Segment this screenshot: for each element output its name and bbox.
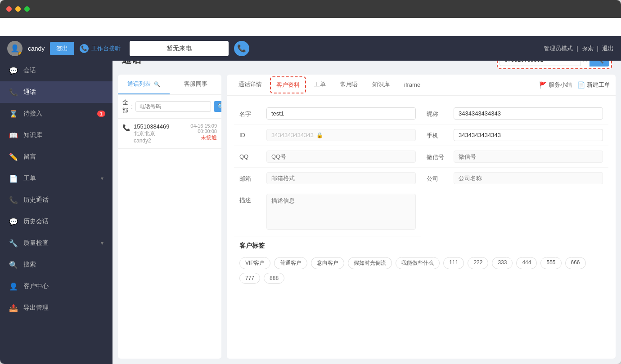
tag-item[interactable]: 333 (492, 257, 513, 269)
admin-mode-link[interactable]: 管理员模式 (544, 44, 573, 53)
desc-label: 描述 (239, 194, 266, 204)
id-label: ID (239, 129, 266, 138)
sidebar-item-chat[interactable]: 💬 会话 (0, 60, 112, 81)
sidebar-item-workorder[interactable]: 📄 工单 ▾ (0, 168, 112, 189)
sidebar: ← 💬 会话 📞 通话 ⌛ 待接入 1 📖 知识库 ✏️ 留言 (0, 43, 112, 364)
content-area: 通话列表 🔍 客服同事 全部 : 🔍 📞 (112, 69, 621, 364)
tab-workorder[interactable]: 工单 (308, 75, 332, 95)
tag-item[interactable]: 444 (516, 257, 537, 269)
call-meta: 04-16 15:09 00:00:08 未接通 (190, 123, 217, 142)
desc-textarea[interactable] (266, 194, 416, 230)
sidebar-item-note[interactable]: ✏️ 留言 (0, 146, 112, 168)
maximize-button[interactable] (24, 6, 30, 12)
tab-phrases[interactable]: 常用语 (334, 75, 364, 95)
nickname-input[interactable]: 3434343434343 (454, 107, 603, 120)
filter-all-label: 全部 (122, 98, 128, 115)
qq-input[interactable] (266, 151, 416, 163)
tag-item[interactable]: 意向客户 (311, 257, 344, 269)
call-status-box: 暂无来电 (130, 41, 229, 56)
tag-item[interactable]: 666 (565, 257, 586, 269)
email-input[interactable] (266, 172, 416, 184)
quality-arrow: ▾ (101, 240, 104, 246)
nickname-value: 3434343434343 (454, 107, 603, 120)
tag-item[interactable]: 111 (443, 257, 464, 269)
email-label: 邮箱 (239, 172, 266, 183)
search-icon: 🔍 (9, 260, 18, 269)
history-call-icon: 📞 (9, 195, 18, 204)
customer-icon: 👤 (9, 282, 18, 291)
tab-customer-info[interactable]: 客户资料 (270, 76, 306, 93)
call-list-item[interactable]: 📞 15510384469 北京北京 candy2 04-16 15:09 00… (118, 119, 221, 149)
sidebar-item-quality[interactable]: 🔧 质量检查 ▾ (0, 232, 112, 254)
tabs-actions: 🚩 服务小结 📄 新建工单 (539, 81, 610, 89)
form-right-col: 昵称 3434343434343 手机 3434343434343 (421, 103, 608, 236)
tags-container: VIP客户普通客户意向客户假如时光倒流我能做些什么111222333444555… (234, 253, 608, 291)
filter-search-button[interactable]: 🔍 (214, 101, 221, 112)
left-panel: 通话列表 🔍 客服同事 全部 : 🔍 📞 (118, 75, 221, 359)
workstation-button[interactable]: 📞 工作台接听 (80, 44, 121, 53)
tab-call-list[interactable]: 通话列表 🔍 (118, 75, 170, 94)
sidebar-item-customer[interactable]: 👤 客户中心 (0, 275, 112, 297)
title-bar (0, 0, 621, 18)
form-grid: 名字 test1 ID 3434343434343 (234, 103, 608, 236)
tag-item[interactable]: 假如时光倒流 (348, 257, 392, 269)
filter-input[interactable] (135, 101, 211, 112)
right-tabs: 通话详情 客户资料 工单 常用语 知识库 (227, 75, 616, 96)
sidebar-item-history-chat[interactable]: 💬 历史会话 (0, 211, 112, 232)
logout-link[interactable]: 退出 (602, 44, 614, 53)
tag-item[interactable]: 888 (264, 273, 284, 284)
company-input[interactable] (454, 172, 603, 184)
filter-row: 全部 : 🔍 (118, 95, 221, 119)
sidebar-item-pending[interactable]: ⌛ 待接入 1 (0, 103, 112, 124)
tab-iframe[interactable]: iframe (398, 76, 427, 94)
tab-knowledge[interactable]: 知识库 (366, 75, 396, 95)
call-item-icon: 📞 (122, 123, 130, 131)
wechat-input[interactable] (454, 151, 603, 163)
left-panel-tabs: 通话列表 🔍 客服同事 (118, 75, 221, 95)
new-workorder-button[interactable]: 📄 新建工单 (577, 81, 610, 89)
avatar: 👤 (7, 41, 22, 56)
username-label: candy (28, 45, 45, 52)
qq-value (266, 151, 416, 163)
tag-item[interactable]: VIP客户 (239, 257, 270, 269)
tag-item[interactable]: 777 (239, 273, 260, 284)
call-agent: candy2 (134, 138, 187, 144)
signin-button[interactable]: 签出 (50, 42, 74, 55)
quality-icon: 🔧 (9, 239, 18, 248)
close-button[interactable] (6, 6, 12, 12)
service-summary-button[interactable]: 🚩 服务小结 (539, 81, 572, 89)
company-label: 公司 (427, 172, 454, 183)
call-action-button[interactable]: 📞 (234, 41, 249, 56)
export-icon: 📤 (9, 303, 18, 312)
form-row-mobile: 手机 3434343434343 (421, 124, 608, 146)
sidebar-item-search[interactable]: 🔍 搜索 (0, 254, 112, 275)
explore-link[interactable]: 探索 (582, 44, 594, 53)
tag-item[interactable]: 我能做些什么 (396, 257, 440, 269)
minimize-button[interactable] (15, 6, 21, 12)
tag-item[interactable]: 555 (540, 257, 561, 269)
right-panel: 通话详情 客户资料 工单 常用语 知识库 (227, 75, 616, 359)
call-location: 北京北京 (134, 130, 187, 138)
sidebar-item-knowledge[interactable]: 📖 知识库 (0, 124, 112, 146)
sidebar-item-call[interactable]: 📞 通话 (0, 81, 112, 103)
call-date: 04-16 15:09 (190, 123, 217, 129)
form-row-company: 公司 (421, 168, 608, 189)
wechat-value (454, 151, 603, 163)
wechat-label: 微信号 (427, 151, 454, 161)
topbar: 👤 candy 签出 📞 工作台接听 暂无来电 📞 管理员模式 | 探索 | 退… (0, 36, 621, 61)
tag-item[interactable]: 普通客户 (274, 257, 307, 269)
tab-colleague[interactable]: 客服同事 (170, 75, 221, 94)
mobile-label: 手机 (427, 129, 454, 140)
customer-form: 名字 test1 ID 3434343434343 (227, 96, 616, 359)
desc-value (266, 194, 416, 231)
sidebar-item-history-call[interactable]: 📞 历史通话 (0, 189, 112, 211)
history-chat-icon: 💬 (9, 217, 18, 226)
form-row-qq: QQ (234, 146, 421, 168)
avatar-badge (18, 52, 22, 56)
mobile-input[interactable]: 3434343434343 (454, 129, 603, 141)
name-input[interactable]: test1 (266, 107, 416, 120)
tab-call-detail[interactable]: 通话详情 (232, 75, 268, 95)
id-value: 3434343434343 🔒 (266, 129, 416, 141)
tag-item[interactable]: 222 (468, 257, 488, 269)
sidebar-item-export[interactable]: 📤 导出管理 (0, 297, 112, 319)
